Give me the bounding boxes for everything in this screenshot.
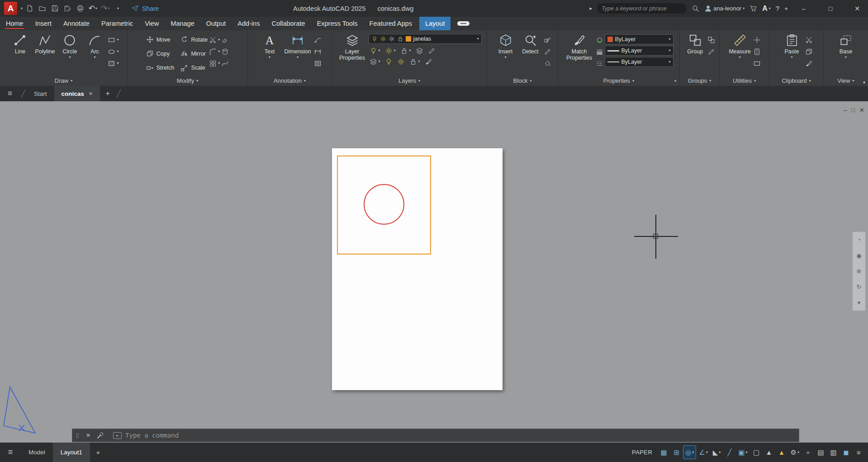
- new-layout-button[interactable]: +: [90, 443, 106, 462]
- rotate-tool-button[interactable]: Rotate: [180, 33, 208, 46]
- cut-clip-button[interactable]: [805, 36, 813, 44]
- arc-dropdown-icon[interactable]: ▾: [94, 56, 95, 59]
- leader-tool-button[interactable]: [314, 36, 322, 44]
- layout-paper-sheet[interactable]: [332, 148, 503, 390]
- copy-tool-button[interactable]: Copy: [146, 47, 175, 60]
- command-input[interactable]: [125, 432, 799, 439]
- tab-add-ins[interactable]: Add-ins: [232, 17, 266, 30]
- tab-parametric[interactable]: Parametric: [95, 17, 139, 30]
- annotation-panel-label[interactable]: Annotation ▾: [248, 75, 332, 86]
- object-color-dropdown[interactable]: ByLayer ▾: [605, 34, 674, 44]
- trim-tool-button[interactable]: ▾: [209, 36, 220, 44]
- text-tool-button[interactable]: Text ▾: [258, 32, 281, 75]
- file-tabs-menu-button[interactable]: ≡: [0, 86, 20, 101]
- tab-annotate[interactable]: Annotate: [57, 17, 95, 30]
- paste-dropdown-icon[interactable]: ▾: [791, 56, 792, 59]
- table-tool-button[interactable]: [314, 59, 322, 67]
- workspace-switcher-button[interactable]: ⚙▾: [789, 446, 801, 459]
- annotation-scale-add-button[interactable]: +: [802, 446, 814, 459]
- command-line-close-button[interactable]: ✕: [82, 429, 94, 442]
- redo-button[interactable]: ↷▾: [100, 3, 111, 14]
- layer-paint-button[interactable]: [425, 57, 432, 66]
- dimension-dropdown-icon[interactable]: ▾: [297, 56, 299, 59]
- ungroup-button[interactable]: [707, 36, 715, 44]
- layer-state-button[interactable]: ▾: [370, 57, 380, 66]
- plot-status-button[interactable]: ▥: [828, 446, 839, 459]
- group-edit-button[interactable]: [707, 47, 715, 56]
- tab-view[interactable]: View: [139, 17, 165, 30]
- open-file-button[interactable]: [36, 3, 48, 14]
- block-edit-button[interactable]: [544, 36, 551, 44]
- otrack-toggle-button[interactable]: ╱: [724, 446, 735, 459]
- hatch-tool-button[interactable]: ▾: [108, 59, 119, 67]
- layout1-tab[interactable]: Layout1: [53, 443, 90, 462]
- help-button[interactable]: ?: [776, 5, 779, 12]
- user-account-button[interactable]: ana-leonor ▾: [704, 5, 745, 12]
- mirror-tool-button[interactable]: Mirror: [180, 47, 208, 60]
- command-line-grip[interactable]: ⣿: [72, 433, 82, 438]
- ribbon-display-pill[interactable]: [457, 21, 470, 26]
- tab-collaborate[interactable]: Collaborate: [266, 17, 311, 30]
- tab-express-tools[interactable]: Express Tools: [311, 17, 364, 30]
- close-button[interactable]: ✕: [846, 0, 868, 17]
- drawn-circle[interactable]: [364, 184, 404, 225]
- lineweight-list-button[interactable]: [596, 47, 603, 56]
- copy-clip-button[interactable]: [805, 47, 813, 56]
- ribbon-collapse-icon[interactable]: ▴: [863, 79, 865, 84]
- layer-on-button[interactable]: [385, 57, 393, 66]
- paste-special-button[interactable]: [805, 59, 813, 67]
- save-button[interactable]: [49, 3, 61, 14]
- layer-freeze-button[interactable]: ▾: [400, 47, 411, 55]
- layer-match-button[interactable]: [416, 47, 423, 55]
- measure-button[interactable]: Measure ▾: [728, 32, 752, 75]
- lineweight-dropdown[interactable]: ByLayer ▾: [605, 46, 674, 56]
- file-tab-conicas[interactable]: conicas ✕: [54, 86, 100, 101]
- zoom-icon[interactable]: ⊕: [857, 268, 862, 274]
- new-file-button[interactable]: [24, 3, 35, 14]
- fillet-tool-button[interactable]: ▾: [209, 47, 220, 56]
- search-box[interactable]: [597, 3, 687, 14]
- steering-wheel-icon[interactable]: ◔: [857, 236, 861, 243]
- block-panel-label[interactable]: Block ▾: [487, 75, 558, 86]
- tab-manage[interactable]: Manage: [165, 17, 200, 30]
- plot-button[interactable]: [74, 3, 86, 14]
- osnap-2d-toggle-button[interactable]: ▣▾: [736, 446, 749, 459]
- block-create-button[interactable]: [544, 47, 551, 56]
- layer-dropdown[interactable]: janelas ▾: [369, 34, 482, 44]
- close-tab-icon[interactable]: ✕: [89, 91, 93, 97]
- draw-panel-label[interactable]: Draw ▾: [0, 75, 127, 86]
- command-line[interactable]: ⣿ ✕ ▸: [72, 429, 799, 442]
- command-line-customize-button[interactable]: [94, 429, 106, 442]
- orbit-icon[interactable]: ↻: [857, 283, 862, 290]
- text-dropdown-icon[interactable]: ▾: [269, 56, 270, 59]
- health-status-icon[interactable]: ●: [784, 5, 788, 12]
- offset-tool-button[interactable]: [221, 47, 229, 56]
- erase-tool-button[interactable]: [221, 36, 229, 44]
- annotation-autoscale-button[interactable]: ▲: [776, 446, 787, 459]
- insert-block-button[interactable]: Insert ▾: [494, 32, 517, 75]
- annotation-visibility-button[interactable]: ▲: [764, 446, 775, 459]
- recent-commands-button[interactable]: ▸: [113, 432, 122, 439]
- search-input[interactable]: [602, 5, 682, 12]
- arc-tool-button[interactable]: Arc ▾: [83, 32, 106, 75]
- properties-panel-label[interactable]: Properties ▾: [558, 75, 679, 86]
- dimension-tool-button[interactable]: Dimension ▾: [283, 32, 313, 75]
- drawing-canvas[interactable]: – □ ✕ ◔ ◉ ⊕ ↻ ▾ ⣿ ✕ ▸: [0, 101, 868, 443]
- scale-tool-button[interactable]: Scale: [180, 62, 208, 74]
- search-button[interactable]: [692, 5, 699, 12]
- utilities-panel-label[interactable]: Utilities ▾: [720, 75, 769, 86]
- layout-tabs-menu-button[interactable]: ≡: [0, 443, 21, 462]
- maximize-button[interactable]: □: [820, 0, 841, 17]
- groups-panel-label[interactable]: Groups ▾: [680, 75, 719, 86]
- group-button[interactable]: Group: [684, 32, 706, 75]
- save-as-button[interactable]: [62, 3, 73, 14]
- linetype-list-button[interactable]: [596, 59, 603, 67]
- file-tab-start[interactable]: Start: [27, 86, 54, 101]
- base-view-button[interactable]: Base ▾: [834, 32, 858, 75]
- ellipse-tool-button[interactable]: ▾: [108, 47, 119, 56]
- insert-dropdown-icon[interactable]: ▾: [504, 56, 506, 59]
- isodraft-toggle-button[interactable]: ◣▾: [711, 446, 723, 459]
- navbar-menu-icon[interactable]: ▾: [858, 299, 861, 306]
- color-picker-button[interactable]: [596, 36, 603, 44]
- polyline-tool-button[interactable]: Polyline: [33, 32, 57, 75]
